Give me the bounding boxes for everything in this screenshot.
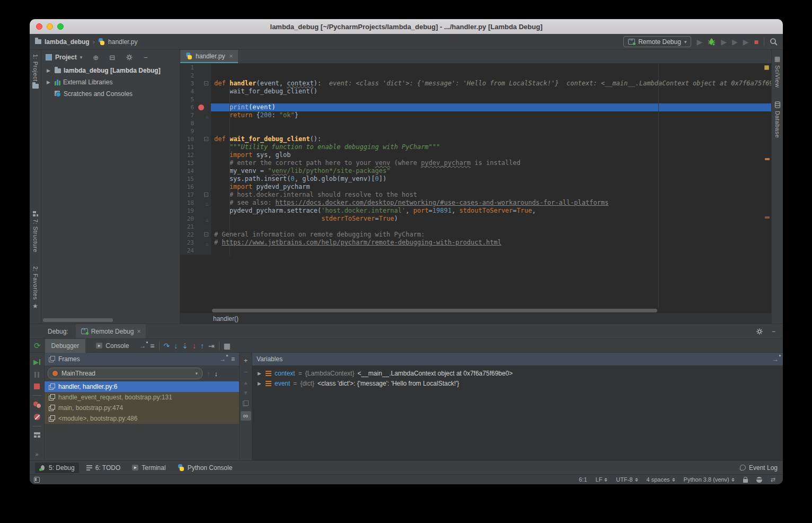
editor-content[interactable]: 123−def handler(event, context): event: … — [180, 64, 771, 308]
toolwindow-button-terminal[interactable]: ▸ Terminal — [128, 463, 170, 473]
sidebar-item-structure[interactable]: 7: Structure — [32, 211, 39, 252]
gutter-marker-area[interactable] — [194, 183, 210, 191]
code-line[interactable]: 11 """Utility function to enable debuggi… — [180, 143, 771, 151]
debug-button[interactable] — [708, 38, 716, 46]
highlighting-level-icon[interactable] — [756, 477, 762, 483]
gutter-marker-area[interactable]: △ — [194, 111, 210, 119]
code-line[interactable]: 21 — [180, 223, 771, 231]
breadcrumb-file[interactable]: handler.py — [108, 38, 137, 46]
expand-icon[interactable]: ▶ — [47, 80, 52, 85]
toggle-toolwindows-icon[interactable] — [34, 477, 40, 483]
previous-frame-button[interactable]: ↑ — [207, 370, 210, 378]
gutter-marker-area[interactable]: △ — [194, 199, 210, 207]
caret-position[interactable]: 6:1 — [579, 476, 587, 483]
hide-tool-window-button[interactable]: − — [772, 328, 775, 335]
code-line[interactable]: 15 sys.path.insert(0, glob.glob(my_venv)… — [180, 175, 771, 183]
editor-gutter[interactable]: 14 — [180, 167, 211, 175]
error-stripe-mark[interactable] — [765, 216, 770, 219]
close-window-button[interactable] — [36, 23, 42, 30]
gutter-marker-area[interactable] — [194, 95, 210, 103]
hamburger-icon[interactable]: ≡ — [231, 355, 235, 363]
error-stripe-mark[interactable] — [765, 158, 770, 160]
toolwindow-button-python-console[interactable]: Python Console — [173, 463, 237, 473]
stop-button[interactable] — [34, 383, 40, 389]
breadcrumb-scope[interactable]: handler() — [213, 315, 239, 322]
gutter-marker-area[interactable]: − — [194, 191, 210, 199]
frame-row[interactable]: handler, handler.py:6 — [45, 381, 239, 392]
code-line[interactable]: 14 my_venv = "venv/lib/python*/site-pack… — [180, 167, 771, 175]
editor-gutter[interactable]: 13 — [180, 159, 211, 167]
editor-gutter[interactable]: 17− — [180, 191, 211, 199]
code-line[interactable]: 12 import sys, glob — [180, 151, 771, 159]
move-watch-up-button[interactable]: ▲ — [243, 380, 249, 386]
gutter-marker-area[interactable] — [194, 207, 210, 215]
gutter-marker-area[interactable] — [194, 88, 210, 95]
fold-marker-icon[interactable]: − — [204, 81, 208, 85]
gutter-marker-area[interactable] — [194, 167, 210, 175]
tree-item-scratches[interactable]: Scratches and Consoles — [41, 88, 180, 100]
more-actions-button[interactable]: » — [35, 451, 38, 457]
editor-gutter[interactable]: 19 — [180, 207, 211, 215]
breadcrumb-project[interactable]: lambda_debug — [45, 38, 90, 46]
editor-code[interactable]: 123−def handler(event, context): event: … — [180, 64, 771, 255]
gutter-marker-area[interactable] — [194, 175, 210, 183]
remove-watch-button[interactable]: − — [244, 369, 248, 376]
mute-breakpoints-button[interactable] — [34, 414, 40, 420]
step-over-button[interactable]: ↷ — [164, 342, 170, 350]
run-to-cursor-button[interactable]: ⇥ — [208, 342, 215, 350]
run-configuration-select[interactable]: Remote Debug ▾ — [623, 36, 691, 47]
resume-button[interactable]: ▶ — [33, 358, 40, 366]
tree-item-project-root[interactable]: ▶ lambda_debug [Lambda Debug] — [41, 65, 180, 76]
tab-console[interactable]: ▸ Console — [90, 339, 135, 353]
code-line[interactable]: 8 — [180, 119, 771, 127]
close-icon[interactable]: × — [229, 53, 233, 60]
zoom-window-button[interactable] — [57, 23, 64, 30]
variable-row[interactable]: ▶context={LambdaContext}<__main__.Lambda… — [252, 368, 783, 378]
code-line[interactable]: 5 — [180, 95, 771, 103]
restore-layout-button[interactable] — [34, 432, 40, 438]
evaluate-expression-button[interactable]: ▦ — [224, 342, 231, 350]
frame-row[interactable]: handle_event_request, bootstrap.py:131 — [45, 392, 239, 403]
gutter-marker-area[interactable] — [194, 64, 210, 72]
project-horizontal-scrollbar[interactable] — [43, 318, 113, 322]
readonly-lock-icon[interactable] — [743, 479, 748, 483]
expand-icon[interactable]: ▶ — [258, 381, 262, 386]
gutter-marker-area[interactable] — [194, 223, 210, 231]
close-icon[interactable]: × — [137, 328, 140, 335]
sync-icon[interactable]: ⇄ — [771, 476, 775, 483]
code-line[interactable]: 1 — [180, 64, 771, 72]
code-line[interactable]: 19 pydevd_pycharm.settrace('host.docker.… — [180, 207, 771, 215]
focus-icon[interactable]: → — [772, 355, 779, 363]
gutter-marker-area[interactable] — [194, 72, 210, 80]
breakpoint-icon[interactable] — [198, 104, 204, 110]
code-line[interactable]: 4 wait_for_debug_client() — [180, 88, 771, 95]
gutter-marker-area[interactable]: − — [194, 231, 210, 239]
fold-marker-icon[interactable]: − — [204, 137, 208, 141]
toolwindow-button-todo[interactable]: 6: TODO — [82, 463, 125, 473]
focus-icon[interactable]: → — [219, 355, 226, 363]
editor-gutter[interactable]: 5 — [180, 95, 211, 103]
search-everywhere-button[interactable] — [770, 38, 778, 46]
gutter-marker-area[interactable] — [194, 119, 210, 127]
editor-gutter[interactable]: 3− — [180, 80, 211, 88]
profile-button[interactable]: ▶ — [721, 38, 727, 46]
code-line[interactable]: 16 import pydevd_pycharm — [180, 183, 771, 191]
duplicate-watch-button[interactable] — [243, 400, 249, 406]
gutter-marker-area[interactable] — [194, 151, 210, 159]
gutter-marker-area[interactable]: − — [194, 80, 210, 88]
editor-gutter[interactable]: 9 — [180, 127, 211, 135]
tab-debugger[interactable]: Debugger — [45, 339, 86, 353]
frame-row[interactable]: main, bootstrap.py:474 — [45, 403, 239, 413]
editor-gutter[interactable]: 12 — [180, 151, 211, 159]
view-breakpoints-button[interactable] — [33, 402, 41, 408]
move-watch-down-button[interactable]: ▼ — [243, 390, 249, 396]
editor-gutter[interactable]: 8 — [180, 119, 211, 127]
gutter-marker-area[interactable] — [194, 143, 210, 151]
event-log-button[interactable]: Event Log — [740, 464, 778, 472]
variable-row[interactable]: ▶event={dict}<class 'dict'>: {'message':… — [252, 378, 783, 388]
sidebar-item-database[interactable]: Database — [774, 101, 781, 138]
pause-button[interactable] — [34, 372, 39, 378]
gutter-marker-area[interactable]: − — [194, 135, 210, 143]
stop-button[interactable]: ■ — [754, 38, 758, 46]
thread-select[interactable]: MainThread ▾ — [48, 368, 202, 379]
